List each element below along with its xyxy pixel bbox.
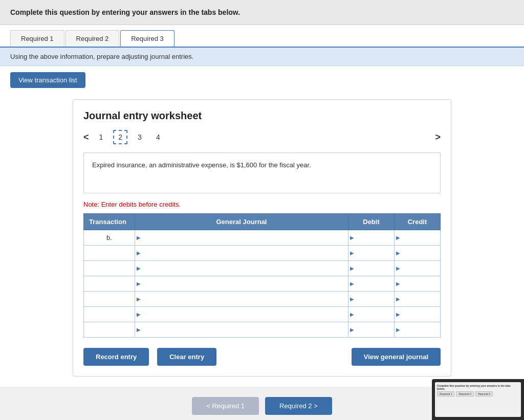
entry-navigator: < 1 2 3 4 >	[83, 130, 441, 144]
nav-entry-3[interactable]: 3	[134, 131, 146, 143]
row4-transaction	[84, 276, 135, 292]
row2-journal-arrow: ▶	[135, 250, 141, 256]
row6-credit-cell: ▶	[395, 307, 441, 322]
row5-credit-cell: ▶	[395, 292, 441, 307]
row5-transaction	[84, 292, 135, 307]
row6-journal-input[interactable]	[141, 308, 348, 320]
header-debit: Debit	[348, 214, 395, 230]
info-bar: Using the above information, prepare adj…	[0, 48, 524, 66]
row6-journal-arrow: ▶	[135, 312, 141, 317]
row7-journal-cell: ▶	[135, 322, 348, 338]
thumbnail-corner: Complete this question by entering your …	[432, 379, 524, 420]
row4-credit-arrow: ▶	[395, 281, 400, 286]
row5-journal-input[interactable]	[141, 293, 348, 305]
nav-entry-1[interactable]: 1	[95, 131, 107, 143]
description-box: Expired insurance, an administrative exp…	[83, 152, 441, 193]
row3-debit-arrow: ▶	[348, 266, 354, 271]
clear-entry-button[interactable]: Clear entry	[157, 348, 216, 366]
view-transaction-button[interactable]: View transaction list	[10, 72, 85, 88]
nav-next-arrow[interactable]: >	[435, 132, 441, 143]
row4-credit-cell: ▶	[395, 276, 441, 292]
row6-journal-cell: ▶	[135, 307, 348, 322]
row7-journal-arrow: ▶	[135, 327, 141, 333]
main-content: Journal entry worksheet < 1 2 3 4 > Expi…	[0, 94, 524, 387]
row2-journal-cell: ▶	[135, 246, 348, 261]
nav-entry-4[interactable]: 4	[152, 131, 164, 143]
instruction-bar: Complete this question by entering your …	[0, 0, 524, 25]
worksheet-buttons: Record entry Clear entry View general jo…	[83, 348, 441, 366]
thumbnail-tabs: Required 1 Required 2 Required 3	[437, 391, 519, 396]
row1-credit-arrow: ▶	[395, 235, 400, 240]
row3-journal-cell: ▶	[135, 261, 348, 276]
tabs-container: Required 1 Required 2 Required 3	[0, 25, 524, 48]
thumbnail-tab1: Required 1	[437, 391, 454, 396]
row3-credit-arrow: ▶	[395, 266, 400, 271]
row1-debit-cell: ▶	[348, 230, 395, 246]
row3-journal-input[interactable]	[141, 262, 348, 274]
row3-debit-input[interactable]	[354, 262, 394, 274]
nav-prev-button[interactable]: < Required 1	[192, 397, 259, 415]
row6-debit-arrow: ▶	[348, 312, 354, 317]
row5-credit-arrow: ▶	[395, 296, 400, 302]
action-bar: View transaction list	[0, 66, 524, 94]
header-credit: Credit	[395, 214, 441, 230]
row3-credit-input[interactable]	[400, 262, 440, 274]
row7-credit-input[interactable]	[400, 324, 440, 336]
instruction-text: Complete this question by entering your …	[10, 8, 240, 16]
thumbnail-tab3: Required 3	[475, 391, 493, 396]
row1-credit-cell: ▶	[395, 230, 441, 246]
row3-credit-cell: ▶	[395, 261, 441, 276]
note-text: Note: Enter debits before credits.	[83, 201, 441, 208]
row4-journal-input[interactable]	[141, 278, 348, 290]
nav-prev-arrow[interactable]: <	[83, 132, 89, 143]
thumbnail-instruction: Complete this question by entering your …	[437, 384, 519, 390]
table-row: ▶ ▶ ▶	[84, 261, 441, 276]
row6-debit-input[interactable]	[354, 308, 394, 320]
row7-debit-input[interactable]	[354, 324, 394, 336]
row1-debit-arrow: ▶	[348, 235, 354, 240]
row4-debit-input[interactable]	[354, 278, 394, 290]
tab-required-1[interactable]: Required 1	[10, 30, 64, 47]
row1-transaction: b.	[84, 230, 135, 246]
table-row: ▶ ▶ ▶	[84, 307, 441, 322]
thumbnail-tab2: Required 2	[456, 391, 473, 396]
record-entry-button[interactable]: Record entry	[83, 348, 149, 366]
row1-journal-cell: ▶	[135, 230, 348, 246]
row3-debit-cell: ▶	[348, 261, 395, 276]
journal-table: Transaction General Journal Debit Credit…	[83, 213, 441, 338]
row4-journal-arrow: ▶	[135, 281, 141, 286]
tab-required-3[interactable]: Required 3	[120, 30, 174, 47]
row5-journal-cell: ▶	[135, 292, 348, 307]
table-row: ▶ ▶ ▶	[84, 276, 441, 292]
row5-credit-input[interactable]	[400, 293, 440, 305]
row5-journal-arrow: ▶	[135, 296, 141, 302]
row6-credit-arrow: ▶	[395, 312, 400, 317]
row7-credit-arrow: ▶	[395, 327, 400, 333]
row1-journal-input[interactable]	[141, 232, 348, 244]
row2-debit-cell: ▶	[348, 246, 395, 261]
row1-debit-input[interactable]	[354, 232, 394, 244]
row2-credit-input[interactable]	[400, 247, 440, 259]
row4-credit-input[interactable]	[400, 278, 440, 290]
view-general-journal-button[interactable]: View general journal	[352, 348, 441, 366]
row6-debit-cell: ▶	[348, 307, 395, 322]
row5-debit-input[interactable]	[354, 293, 394, 305]
row6-credit-input[interactable]	[400, 308, 440, 320]
row2-debit-input[interactable]	[354, 247, 394, 259]
row7-credit-cell: ▶	[395, 322, 441, 338]
nav-next-button[interactable]: Required 2 >	[265, 397, 332, 415]
info-text: Using the above information, prepare adj…	[10, 53, 193, 60]
row2-journal-input[interactable]	[141, 247, 348, 259]
worksheet-card: Journal entry worksheet < 1 2 3 4 > Expi…	[73, 99, 451, 377]
table-row: ▶ ▶ ▶	[84, 292, 441, 307]
row7-transaction	[84, 322, 135, 338]
row5-debit-cell: ▶	[348, 292, 395, 307]
nav-entry-2[interactable]: 2	[113, 130, 127, 144]
row5-debit-arrow: ▶	[348, 296, 354, 302]
row7-journal-input[interactable]	[141, 324, 348, 336]
row2-credit-cell: ▶	[395, 246, 441, 261]
row3-transaction	[84, 261, 135, 276]
tab-required-2[interactable]: Required 2	[66, 30, 120, 47]
row2-credit-arrow: ▶	[395, 250, 400, 256]
row1-credit-input[interactable]	[400, 232, 440, 244]
